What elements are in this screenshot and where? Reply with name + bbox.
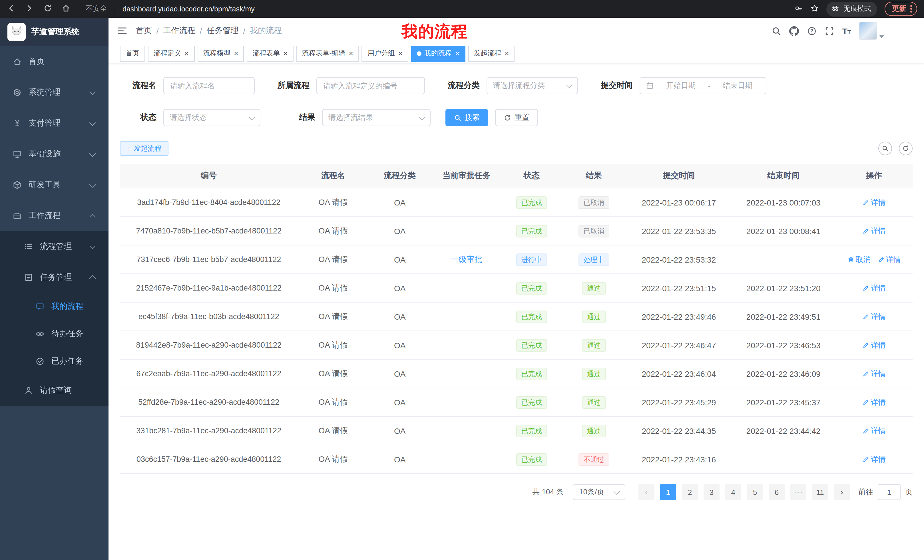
reset-button[interactable]: 重置 (495, 109, 538, 126)
sidebar-item-8[interactable]: 我的流程 (0, 293, 108, 320)
sidebar-toggle-icon[interactable] (108, 26, 136, 36)
close-icon[interactable]: × (184, 49, 189, 57)
detail-action-link[interactable]: 详情 (862, 283, 886, 293)
breadcrumb-item-1[interactable]: 工作流程 (164, 26, 195, 36)
sidebar-item-11[interactable]: 请假查询 (0, 375, 108, 406)
page-button-3[interactable]: 3 (704, 484, 720, 500)
row-end-time-text: 2022-01-22 23:45:37 (746, 398, 820, 407)
breadcrumb-item-0[interactable]: 首页 (136, 26, 152, 36)
tab-3[interactable]: 流程表单× (247, 45, 293, 61)
help-icon[interactable] (807, 26, 816, 36)
browser-home-icon[interactable] (62, 4, 70, 14)
font-size-icon[interactable]: TT (842, 26, 851, 36)
user-menu[interactable] (859, 22, 884, 40)
current-task-link[interactable]: 一级审批 (451, 254, 483, 264)
sidebar-item-5[interactable]: 工作流程 (0, 201, 108, 231)
tab-4[interactable]: 流程表单-编辑× (296, 45, 359, 61)
breadcrumb: 首页/工作流程/任务管理/我的流程 (136, 26, 282, 36)
reload-icon[interactable] (44, 4, 52, 14)
sidebar-item-9[interactable]: 待办任务 (0, 320, 108, 347)
detail-action-link[interactable]: 详情 (862, 340, 886, 350)
page-button-6[interactable]: 6 (769, 484, 784, 500)
detail-action-link[interactable]: 详情 (862, 425, 886, 436)
breadcrumb-item-2[interactable]: 任务管理 (207, 26, 239, 36)
submit-time-range-picker[interactable]: 开始日期 - 结束日期 (640, 77, 766, 94)
tab-0[interactable]: 首页 (120, 45, 145, 61)
detail-action-link[interactable]: 详情 (862, 397, 886, 407)
bookmark-star-icon[interactable] (810, 4, 819, 14)
status-select[interactable]: 请选择状态 (164, 109, 260, 126)
sidebar-item-10[interactable]: 已办任务 (0, 347, 108, 375)
address-bar[interactable]: 不安全 dashboard.yudao.iocoder.cn/bpm/task/… (83, 4, 255, 14)
refresh-table-icon[interactable] (899, 142, 913, 155)
back-icon[interactable] (7, 4, 15, 14)
result-select[interactable]: 请选择流结果 (322, 109, 430, 126)
page-button-4[interactable]: 4 (725, 484, 741, 500)
detail-action-link[interactable]: 详情 (862, 454, 886, 464)
detail-action-link[interactable]: 详情 (862, 226, 886, 236)
close-icon[interactable]: × (234, 49, 238, 57)
tab-7[interactable]: 发起流程× (468, 45, 514, 61)
detail-action-link[interactable]: 详情 (862, 311, 886, 322)
page-button-1[interactable]: 1 (660, 484, 676, 500)
prev-page-button[interactable]: ‹ (639, 484, 654, 500)
calendar-icon (646, 82, 654, 90)
close-icon[interactable]: × (504, 49, 509, 57)
tab-2[interactable]: 流程模型× (197, 45, 244, 61)
sidebar-item-label: 支付管理 (28, 118, 60, 129)
row-category-text: OA (394, 198, 405, 207)
menu-dots-icon[interactable] (910, 5, 912, 13)
row-id-text: 2152467e-7b9b-11ec-9a1b-acde48001122 (136, 284, 281, 292)
close-icon[interactable]: × (398, 49, 403, 57)
process-name-input[interactable] (164, 77, 255, 94)
update-button[interactable]: 更新 (885, 2, 917, 16)
create-process-button[interactable]: + 发起流程 (120, 141, 168, 156)
detail-action-link[interactable]: 详情 (862, 197, 886, 208)
process-def-input[interactable] (316, 77, 425, 94)
page-button-5[interactable]: 5 (747, 484, 763, 500)
show-search-icon[interactable] (878, 142, 892, 155)
detail-action-link[interactable]: 详情 (862, 368, 886, 379)
sidebar-item-2[interactable]: 支付管理 (0, 108, 108, 139)
row-end-time-text: 2022-01-22 23:44:42 (746, 426, 820, 435)
sidebar-item-3[interactable]: 基础设施 (0, 139, 108, 169)
close-icon[interactable]: × (283, 49, 288, 57)
close-icon[interactable]: × (349, 49, 353, 57)
forward-icon[interactable] (25, 4, 34, 14)
detail-action-link[interactable]: 详情 (878, 254, 901, 265)
pagination-ellipsis[interactable]: ··· (790, 484, 806, 500)
page-button-11[interactable]: 11 (812, 484, 828, 500)
next-page-button[interactable]: › (834, 484, 850, 500)
monitor-icon (12, 150, 22, 159)
sidebar-item-0[interactable]: 首页 (0, 46, 108, 77)
sidebar-item-label: 请假查询 (40, 385, 72, 395)
page-size-select[interactable]: 10条/页 (573, 484, 626, 500)
tab-5[interactable]: 用户分组× (362, 45, 408, 61)
close-icon[interactable]: × (455, 49, 459, 57)
row-process-name: OA 请假 (297, 302, 369, 331)
tab-1[interactable]: 流程定义× (148, 45, 195, 61)
sidebar-item-1[interactable]: 系统管理 (0, 77, 108, 108)
row-result: 通过 (561, 416, 627, 445)
cancel-action-link[interactable]: 取消 (847, 254, 871, 265)
tab-6[interactable]: 我的流程× (411, 45, 465, 61)
key-icon[interactable] (794, 4, 803, 14)
goto-page-input[interactable] (878, 484, 901, 500)
fullscreen-icon[interactable] (824, 26, 834, 36)
row-id: 7470a810-7b9b-11ec-b5b7-acde48001122 (120, 217, 297, 245)
sidebar-item-7[interactable]: 任务管理 (0, 262, 108, 293)
chevron-up-icon (89, 275, 96, 282)
search-button[interactable]: 搜索 (446, 109, 488, 126)
github-icon[interactable] (789, 26, 799, 36)
row-submit-time-text: 2022-01-22 23:53:32 (642, 255, 716, 264)
category-select[interactable]: 请选择流程分类 (486, 77, 578, 94)
sidebar-item-6[interactable]: 流程管理 (0, 231, 108, 262)
incognito-badge[interactable]: 无痕模式 (826, 1, 877, 16)
page-button-2[interactable]: 2 (682, 484, 698, 500)
avatar[interactable] (859, 22, 877, 40)
search-icon[interactable] (771, 26, 781, 36)
sidebar-item-4[interactable]: 研发工具 (0, 169, 108, 201)
table-row: 331bc281-7b9a-11ec-a290-acde48001122OA 请… (120, 416, 913, 445)
row-submit-time-text: 2022-01-22 23:43:16 (642, 455, 716, 464)
row-current-task (431, 359, 502, 388)
